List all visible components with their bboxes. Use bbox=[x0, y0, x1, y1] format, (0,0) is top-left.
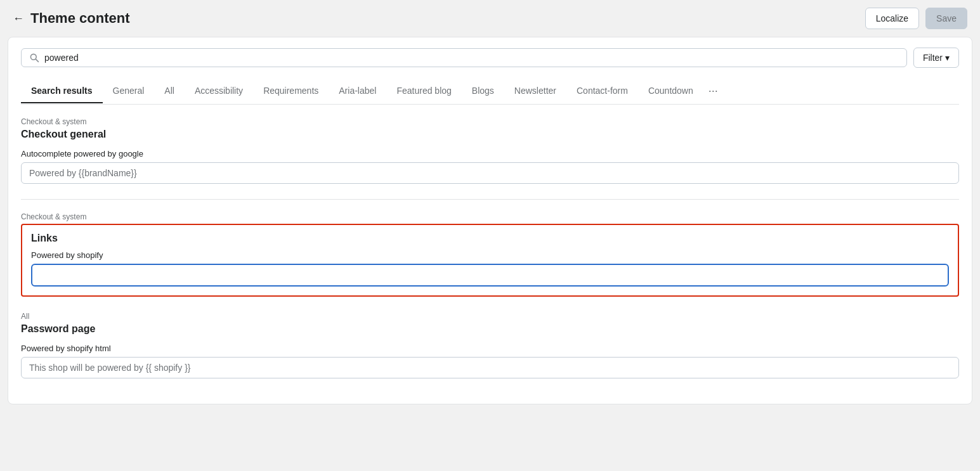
highlighted-links-block: Links Powered by shopify bbox=[21, 224, 959, 297]
tab-search-results[interactable]: Search results bbox=[21, 79, 103, 103]
search-input-wrap[interactable] bbox=[21, 48, 907, 67]
tab-contact-form[interactable]: Contact-form bbox=[566, 79, 638, 103]
search-icon bbox=[29, 53, 39, 63]
tab-newsletter[interactable]: Newsletter bbox=[504, 79, 566, 103]
svg-line-1 bbox=[36, 59, 38, 61]
header-left: ← Theme content bbox=[13, 10, 129, 27]
section-title-links: Links bbox=[31, 233, 949, 244]
tab-blogs[interactable]: Blogs bbox=[462, 79, 504, 103]
back-button[interactable]: ← bbox=[13, 12, 24, 25]
section-title-password: Password page bbox=[21, 323, 959, 335]
section-password-page: All Password page Powered by shopify htm… bbox=[21, 312, 959, 378]
field-label-powered-shopify: Powered by shopify bbox=[31, 250, 949, 260]
localize-button[interactable]: Localize bbox=[865, 8, 919, 29]
section-title-1: Checkout general bbox=[21, 129, 959, 140]
tab-requirements[interactable]: Requirements bbox=[253, 79, 329, 103]
tab-countdown[interactable]: Countdown bbox=[638, 79, 703, 103]
tab-featured-blog[interactable]: Featured blog bbox=[386, 79, 461, 103]
field-input-autocomplete[interactable] bbox=[21, 162, 959, 184]
spacer bbox=[21, 299, 959, 312]
section-category-2: Checkout & system bbox=[21, 212, 959, 221]
app-header: ← Theme content Localize Save bbox=[0, 0, 980, 37]
header-actions: Localize Save bbox=[865, 8, 967, 29]
main-content: Filter ▾ Search results General All Acce… bbox=[8, 37, 972, 404]
more-tabs-button[interactable]: ··· bbox=[703, 78, 723, 104]
tabs-row: Search results General All Accessibility… bbox=[21, 78, 959, 105]
section-category-3: All bbox=[21, 312, 959, 321]
field-input-powered-shopify[interactable] bbox=[31, 264, 949, 287]
field-input-powered-shopify-html[interactable] bbox=[21, 357, 959, 378]
tab-all[interactable]: All bbox=[154, 79, 185, 103]
filter-chevron-icon: ▾ bbox=[945, 53, 950, 63]
tab-general[interactable]: General bbox=[103, 79, 155, 103]
search-bar-row: Filter ▾ bbox=[21, 48, 959, 68]
filter-label: Filter bbox=[923, 53, 943, 63]
page-title: Theme content bbox=[30, 10, 129, 27]
tab-accessibility[interactable]: Accessibility bbox=[185, 79, 253, 103]
section-category-1: Checkout & system bbox=[21, 117, 959, 126]
field-label-powered-shopify-html: Powered by shopify html bbox=[21, 344, 959, 353]
section-checkout-general: Checkout & system Checkout general Autoc… bbox=[21, 117, 959, 184]
tab-aria-label[interactable]: Aria-label bbox=[329, 79, 386, 103]
search-input[interactable] bbox=[44, 53, 899, 63]
save-button[interactable]: Save bbox=[925, 8, 967, 29]
field-label-autocomplete: Autocomplete powered by google bbox=[21, 149, 959, 158]
filter-button[interactable]: Filter ▾ bbox=[913, 48, 959, 68]
content-area: Checkout & system Checkout general Autoc… bbox=[21, 105, 959, 378]
divider-1 bbox=[21, 199, 959, 200]
